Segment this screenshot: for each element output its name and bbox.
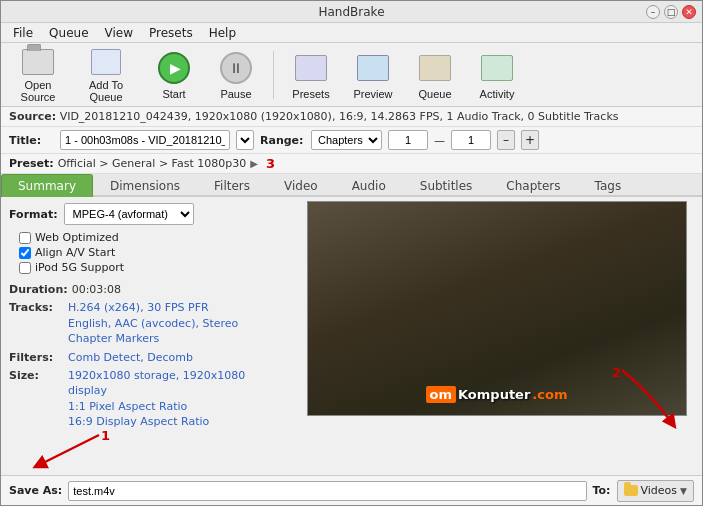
title-row: Title: Range: Chapters — – + [1,127,702,154]
folder-button[interactable]: Videos ▼ [617,480,694,502]
start-button[interactable]: Start [145,47,203,103]
add-to-queue-button[interactable]: Add To Queue [71,47,141,103]
wm-text: Komputer [458,387,530,402]
menu-presets[interactable]: Presets [141,24,201,42]
menu-view[interactable]: View [97,24,141,42]
toolbar: Open Source Add To Queue Start Pause Pr [1,43,702,107]
tracks-line2: English, AAC (avcodec), Stereo [68,317,238,330]
range-increment-button[interactable]: + [521,130,539,150]
folder-open-icon [22,49,54,75]
preview-button[interactable]: Preview [344,47,402,103]
folder-icon [624,485,638,496]
arrow-1-svg: 1 [19,430,139,470]
preview-icon [355,50,391,86]
format-row: Format: MPEG-4 (avformat) [9,203,283,225]
tab-filters[interactable]: Filters [197,174,267,197]
preview-icon-shape [357,55,389,81]
tracks-label: Tracks: [9,300,64,315]
queue-button[interactable]: Queue [406,47,464,103]
menu-queue[interactable]: Queue [41,24,96,42]
tracks-line1: H.264 (x264), 30 FPS PFR [68,301,209,314]
tracks-line3: Chapter Markers [68,332,159,345]
tabs-bar: Summary Dimensions Filters Video Audio S… [1,174,702,197]
title-bar-title: HandBrake [318,5,384,19]
tab-subtitles[interactable]: Subtitles [403,174,490,197]
preview-label: Preview [353,88,392,100]
pause-button[interactable]: Pause [207,47,265,103]
preset-arrow-icon: ▶ [250,158,258,169]
menu-help[interactable]: Help [201,24,244,42]
queue-label: Queue [418,88,451,100]
duration-label: Duration: [9,282,68,297]
tab-tags[interactable]: Tags [578,174,639,197]
tab-dimensions[interactable]: Dimensions [93,174,197,197]
annotation-3: 3 [266,156,275,171]
summary-panel: Format: MPEG-4 (avformat) Web Optimized … [1,197,291,475]
play-icon [158,52,190,84]
open-source-icon [20,47,56,77]
info-section: Duration: 00:03:08 Tracks: H.264 (x264),… [9,282,283,430]
main-window: HandBrake – □ ✕ File Queue View Presets … [0,0,703,506]
open-source-button[interactable]: Open Source [9,47,67,103]
main-content: Format: MPEG-4 (avformat) Web Optimized … [1,197,702,475]
activity-label: Activity [480,88,515,100]
svg-text:1: 1 [101,430,110,443]
tab-chapters[interactable]: Chapters [489,174,577,197]
range-to-input[interactable] [451,130,491,150]
tab-summary[interactable]: Summary [1,174,93,197]
activity-button[interactable]: Activity [468,47,526,103]
duration-row: Duration: 00:03:08 [9,282,283,297]
title-label: Title: [9,134,54,147]
web-optimized-label: Web Optimized [35,231,119,244]
maximize-button[interactable]: □ [664,5,678,19]
ipod-checkbox[interactable] [19,262,31,274]
ipod-label: iPod 5G Support [35,261,124,274]
save-as-input[interactable] [68,481,586,501]
range-type-select[interactable]: Chapters [311,130,382,150]
toolbar-separator [273,51,274,99]
filters-row: Filters: Comb Detect, Decomb [9,350,283,365]
wm-com: .com [532,387,567,402]
start-icon [156,50,192,86]
web-optimized-checkbox[interactable] [19,232,31,244]
pause-icon-shape [220,52,252,84]
size-line2: 1:1 Pixel Aspect Ratio [68,400,187,413]
size-line1: 1920x1080 storage, 1920x1080 display [68,369,245,397]
arrow-2-svg: 2 [592,365,692,435]
filters-value: Comb Detect, Decomb [68,350,193,365]
add-queue-icon [88,47,124,77]
menu-file[interactable]: File [5,24,41,42]
presets-icon [293,50,329,86]
align-av-checkbox[interactable] [19,247,31,259]
range-decrement-button[interactable]: – [497,130,515,150]
source-bar: Source: VID_20181210_042439, 1920x1080 (… [1,107,702,127]
tracks-row: Tracks: H.264 (x264), 30 FPS PFR English… [9,300,283,346]
open-source-label: Open Source [9,79,67,103]
pause-icon [218,50,254,86]
title-bar: HandBrake – □ ✕ [1,1,702,23]
title-select[interactable] [236,130,254,150]
tab-video[interactable]: Video [267,174,335,197]
wm-om: om [426,386,456,403]
queue-icon [417,50,453,86]
preview-panel: om Komputer .com 2 [291,197,702,475]
range-from-input[interactable] [388,130,428,150]
activity-icon-shape [481,55,513,81]
size-label: Size: [9,368,64,383]
queue-add-icon [91,49,121,75]
format-label: Format: [9,208,58,221]
title-input[interactable] [60,130,230,150]
folder-name: Videos [641,484,678,497]
minimize-button[interactable]: – [646,5,660,19]
preset-label: Preset: [9,157,54,170]
pause-label: Pause [220,88,251,100]
format-select[interactable]: MPEG-4 (avformat) [64,203,194,225]
add-to-queue-label: Add To Queue [71,79,141,103]
preset-value: Official > General > Fast 1080p30 [58,157,247,170]
presets-button[interactable]: Presets [282,47,340,103]
ipod-row: iPod 5G Support [19,261,283,274]
window-controls: – □ ✕ [646,5,696,19]
source-value: VID_20181210_042439, 1920x1080 (1920x108… [60,110,619,123]
tab-audio[interactable]: Audio [335,174,403,197]
close-button[interactable]: ✕ [682,5,696,19]
